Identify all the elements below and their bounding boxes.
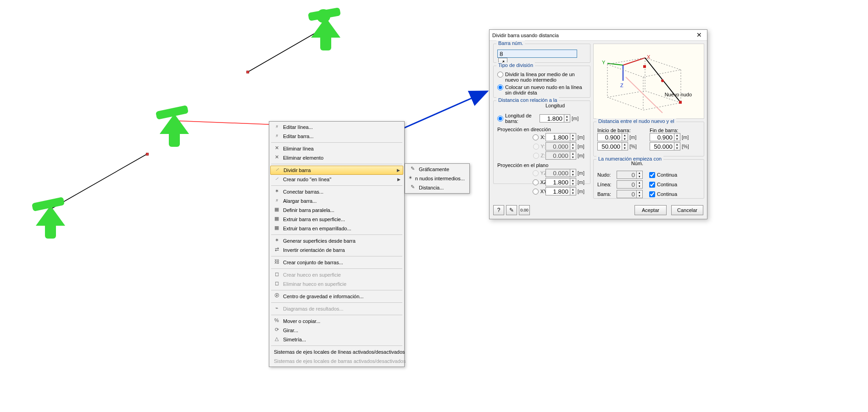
menu-item-label: Crear conjunto de barras... [283,260,343,265]
group-barra-num: Barra núm. ➚ [493,44,590,63]
cancel-button[interactable]: Cancelar [671,205,703,215]
menu-separator [271,256,402,256]
spin-inicio-m[interactable]: ▴▾ [597,133,628,141]
chk-continua-linea[interactable]: Continua [649,182,677,188]
spin-fin-pct[interactable]: ▴▾ [650,142,680,150]
menu-item-15[interactable]: ✶Generar superficies desde barra [270,236,403,245]
menu-item-label: Eliminar línea [283,146,314,151]
menu-separator [271,185,402,186]
radio-longitud-barra[interactable]: Longitud de barra: [497,113,540,124]
close-icon[interactable]: ✕ [694,31,704,39]
spin-longitud[interactable]: ▴▾ [540,114,570,122]
radio-colocar-nudo[interactable]: Colocar un nuevo nudo en la línea sin di… [497,84,586,95]
menu-item-label: Sistemas de ejes locales de barras activ… [274,358,406,364]
menu-separator [271,302,402,303]
menu-item-23[interactable]: ⦿Centro de gravedad e información... [270,292,403,301]
menu-item-31[interactable]: Sistemas de ejes locales de líneas activ… [270,347,403,356]
input-barra-num[interactable] [497,50,577,58]
menu-item-icon: 〃 [272,123,281,131]
menu-item-icon: ◻ [272,271,281,278]
radio-dir-z[interactable]: Z: [533,153,545,159]
menu-item-6[interactable]: ⟋Dividir barra▶ [270,166,403,175]
radio-plano-yz[interactable]: YZ: [533,170,545,176]
svg-rect-14 [679,101,682,104]
spin-fin-m[interactable]: ▴▾ [650,133,680,141]
menu-item-label: Editar barra... [283,134,314,139]
menu-item-28[interactable]: ⟳Girar... [270,326,403,335]
submenu-item-1[interactable]: ✶n nudos intermedios... [406,174,468,183]
menu-item-3[interactable]: ✕Eliminar línea [270,144,403,153]
radio-plano-xz[interactable]: XZ: [533,179,545,185]
menu-item-icon: ✶ [272,237,281,245]
menu-item-4[interactable]: ✕Eliminar elemento [270,153,403,162]
spin-num-barra[interactable]: ▴▾ [617,190,643,198]
dialog-title: Dividir barra usando distancia [492,30,559,41]
group-numeracion: La numeración empieza con Núm. Nudo: ▴▾ … [593,159,704,199]
menu-item-25: ⌁Diagramas de resultados... [270,304,403,313]
menu-item-11[interactable]: ▦Definir barra paralela... [270,206,403,215]
ok-button[interactable]: Aceptar [634,205,667,215]
menu-item-icon: ◻ [272,280,281,288]
menu-separator [271,164,402,164]
menu-item-9[interactable]: ✶Conectar barras... [270,187,403,196]
submenu-item-label: Gráficamente [419,167,449,172]
menu-item-icon: ⇄ [272,246,281,254]
submenu-item-2[interactable]: ✎Distancia... [406,183,468,192]
edit-icon[interactable]: ✎ [506,205,517,215]
menu-item-label: Conectar barras... [283,189,323,195]
menu-separator [271,234,402,235]
chevron-right-icon: ▶ [397,177,401,182]
menu-item-label: Crear hueco en superficie [283,272,341,278]
menu-item-label: Dividir barra [284,167,311,173]
menu-item-32: Sistemas de ejes locales de barras activ… [270,356,403,366]
menu-separator [271,268,402,269]
menu-item-label: Extruir barra en emparrillado... [283,226,351,231]
radio-plano-xy[interactable]: XY: [533,189,545,195]
spin-num-nudo[interactable]: ▴▾ [617,171,643,179]
submenu-dividir-barra[interactable]: ✎Gráficamente✶n nudos intermedios...✎Dis… [405,163,470,194]
menu-item-1[interactable]: 〃Editar barra... [270,132,403,141]
chk-continua-nudo[interactable]: Continua [649,172,677,178]
menu-separator [271,142,402,143]
spin-x[interactable]: ▴▾ [545,133,576,141]
context-menu[interactable]: 〃Editar línea...〃Editar barra...✕Elimina… [269,121,405,367]
menu-separator [271,315,402,315]
units-icon[interactable]: 0.00 [519,205,530,215]
menu-item-icon: ⟳ [272,327,281,334]
group-distancia-relacion: Distancia con relación a la Longitud Lon… [493,100,590,184]
menu-item-27[interactable]: %Mover o copiar... [270,317,403,326]
menu-item-label: Centro de gravedad e información... [283,294,364,299]
menu-item-29[interactable]: △Simetría... [270,335,403,344]
viewport-3d[interactable] [0,0,868,412]
menu-item-icon: 〃 [272,133,281,140]
submenu-item-0[interactable]: ✎Gráficamente [406,165,468,174]
chk-continua-barra[interactable]: Continua [649,191,677,197]
menu-item-label: Generar superficies desde barra [283,238,356,244]
menu-item-label: Invertir orientación de barra [283,247,345,253]
menu-item-0[interactable]: 〃Editar línea... [270,122,403,132]
radio-dividir-linea[interactable]: Dividir la línea por medio de un nuevo n… [497,72,586,83]
menu-item-icon: % [272,317,281,325]
menu-item-21: ◻Eliminar hueco en superficie [270,279,403,289]
menu-item-7[interactable]: ⟋Crear nudo "en línea"▶ [270,175,403,184]
menu-item-icon: ✕ [272,154,281,161]
help-icon[interactable]: ? [493,205,504,215]
menu-item-icon: ▦ [272,206,281,214]
menu-separator [271,290,402,290]
dialog-dividir-barra: Dividir barra usando distancia ✕ Barra n… [489,29,707,219]
svg-point-15 [661,79,664,82]
menu-item-label: Mover o copiar... [283,318,320,324]
spin-num-linea[interactable]: ▴▾ [617,180,643,189]
menu-item-12[interactable]: ▦Extruir barra en superficie... [270,215,403,224]
menu-item-18[interactable]: ⛓Crear conjunto de barras... [270,258,403,267]
menu-item-10[interactable]: 〃Alargar barra... [270,196,403,206]
radio-dir-x[interactable]: X: [533,134,545,140]
menu-item-13[interactable]: ▦Extruir barra en emparrillado... [270,224,403,233]
menu-item-label: Definir barra paralela... [283,207,334,213]
menu-item-icon: ⌁ [272,305,281,312]
menu-item-16[interactable]: ⇄Invertir orientación de barra [270,245,403,255]
radio-dir-y[interactable]: Y: [533,144,545,150]
menu-item-label: Editar línea... [283,124,313,130]
group-distancia-nudo-nuevo: Distancia entre el nudo nuevo y el Inici… [593,122,704,156]
spin-inicio-pct[interactable]: ▴▾ [597,142,628,150]
